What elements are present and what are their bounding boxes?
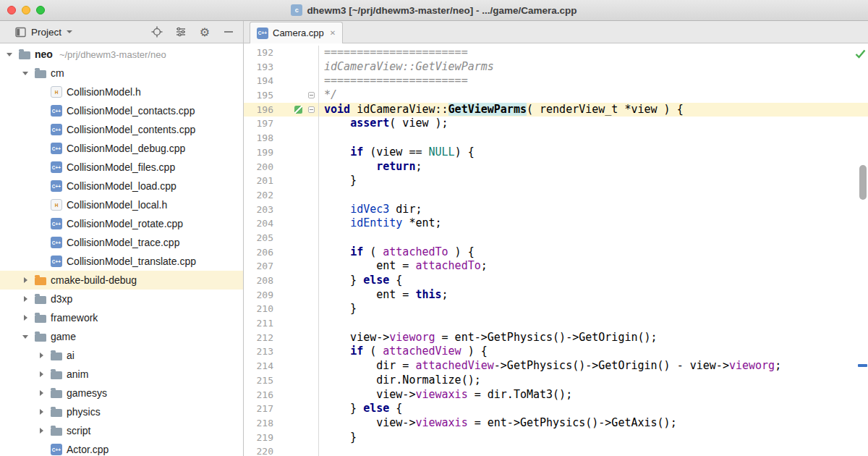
chevron-right-icon[interactable] [36, 388, 46, 398]
code-line-217[interactable]: 217 } else { [244, 402, 868, 416]
editor-body[interactable]: 192======================193idCameraView… [244, 43, 868, 456]
code-line-205[interactable]: 205 [244, 231, 868, 245]
chevron-right-icon[interactable] [20, 294, 30, 304]
chevron-down-icon[interactable] [4, 49, 14, 59]
code-text: dir.Normalize(); [319, 373, 868, 388]
code-text: if ( attachedView ) { [319, 345, 868, 359]
vertical-scrollbar-thumb[interactable] [859, 165, 867, 200]
tree-item-collisionmodel-contents-cpp[interactable]: C++CollisionModel_contents.cpp [0, 120, 243, 139]
chevron-down-icon[interactable] [20, 68, 30, 78]
chevron-right-icon[interactable] [36, 407, 46, 417]
error-stripe-mark[interactable] [858, 364, 867, 367]
hide-panel-icon[interactable] [221, 25, 236, 39]
tree-item-script[interactable]: script [0, 421, 243, 440]
code-line-192[interactable]: 192====================== [244, 46, 868, 60]
inspections-ok-icon[interactable] [855, 48, 866, 62]
editor-area: C++ Camera.cpp ✕ 192====================… [244, 21, 868, 456]
tab-camera-cpp[interactable]: C++ Camera.cpp ✕ [250, 22, 343, 43]
code-line-212[interactable]: 212 view->vieworg = ent->GetPhysics()->G… [244, 331, 868, 345]
tree-item-cmake-build-debug[interactable]: cmake-build-debug [0, 271, 243, 290]
code-line-206[interactable]: 206 if ( attachedTo ) { [244, 245, 868, 260]
tree-item-collisionmodel-files-cpp[interactable]: C++CollisionModel_files.cpp [0, 158, 243, 177]
tree-item-label: CollisionModel_local.h [67, 199, 167, 211]
tree-item-collisionmodel-h[interactable]: HCollisionModel.h [0, 83, 243, 101]
code-line-210[interactable]: 210 } [244, 302, 868, 316]
code-line-196[interactable]: 196void idCameraView::GetViewParms( rend… [244, 103, 868, 117]
chevron-right-icon[interactable] [36, 369, 46, 379]
chevron-down-icon[interactable] [20, 332, 30, 342]
tree-item-collisionmodel-translate-cpp[interactable]: C++CollisionModel_translate.cpp [0, 252, 243, 271]
folder-icon [35, 315, 46, 323]
fold-marker-icon[interactable] [308, 92, 315, 98]
tree-item-neo[interactable]: neo~/prj/dhewm3-master/neo [0, 45, 243, 64]
close-tab-icon[interactable]: ✕ [330, 29, 336, 37]
code-line-216[interactable]: 216 view->viewaxis = dir.ToMat3(); [244, 388, 868, 402]
code-line-207[interactable]: 207 ent = attachedTo; [244, 259, 868, 274]
code-line-219[interactable]: 219 } [244, 431, 868, 445]
code-line-220[interactable]: 220 [244, 444, 868, 456]
tree-item-d3xp[interactable]: d3xp [0, 290, 243, 308]
tree-item-collisionmodel-debug-cpp[interactable]: C++CollisionModel_debug.cpp [0, 139, 243, 158]
gutter-cell: 210 [244, 302, 319, 316]
code-line-202[interactable]: 202 [244, 188, 868, 203]
tree-item-actor-cpp[interactable]: C++Actor.cpp [0, 440, 243, 456]
close-window-button[interactable] [7, 6, 16, 14]
tree-item-framework[interactable]: framework [0, 308, 243, 327]
code-line-209[interactable]: 209 ent = this; [244, 288, 868, 303]
settings-gear-icon[interactable]: ⚙ [197, 25, 212, 39]
code-text [319, 188, 868, 203]
chevron-right-icon[interactable] [20, 313, 30, 323]
tree-item-ai[interactable]: ai [0, 346, 243, 365]
code-line-197[interactable]: 197 assert( view ); [244, 117, 868, 131]
line-number: 203 [257, 204, 273, 215]
tree-item-collisionmodel-local-h[interactable]: HCollisionModel_local.h [0, 195, 243, 214]
code-line-193[interactable]: 193idCameraView::GetViewParms [244, 60, 868, 75]
tree-item-anim[interactable]: anim [0, 365, 243, 384]
gutter-cell: 195 [244, 88, 319, 103]
code-line-218[interactable]: 218 view->viewaxis = ent->GetPhysics()->… [244, 416, 868, 431]
gutter-cell: 200 [244, 160, 319, 174]
chevron-right-icon[interactable] [36, 350, 46, 360]
method-marker-icon[interactable] [294, 106, 302, 114]
code-line-204[interactable]: 204 idEntity *ent; [244, 216, 868, 231]
code-line-211[interactable]: 211 [244, 316, 868, 331]
tree-item-collisionmodel-rotate-cpp[interactable]: C++CollisionModel_rotate.cpp [0, 214, 243, 233]
code-line-199[interactable]: 199 if (view == NULL) { [244, 145, 868, 160]
tree-item-collisionmodel-trace-cpp[interactable]: C++CollisionModel_trace.cpp [0, 233, 243, 252]
tree-item-collisionmodel-contacts-cpp[interactable]: C++CollisionModel_contacts.cpp [0, 101, 243, 120]
tree-item-gamesys[interactable]: gamesys [0, 384, 243, 402]
code-line-215[interactable]: 215 dir.Normalize(); [244, 373, 868, 388]
tree-item-game[interactable]: game [0, 327, 243, 346]
code-line-213[interactable]: 213 if ( attachedView ) { [244, 345, 868, 359]
code-text: ====================== [319, 46, 868, 60]
options-sliders-icon[interactable] [174, 25, 188, 39]
cpp-file-icon: C++ [51, 256, 62, 267]
code-text: dir = attachedView->GetPhysics()->GetOri… [319, 359, 868, 373]
chevron-down-icon[interactable] [67, 30, 72, 33]
code-line-198[interactable]: 198 [244, 131, 868, 145]
code-line-200[interactable]: 200 return; [244, 160, 868, 174]
project-panel-title[interactable]: Project [31, 27, 61, 38]
code-line-203[interactable]: 203 idVec3 dir; [244, 203, 868, 217]
chevron-right-icon[interactable] [20, 275, 30, 285]
code-line-201[interactable]: 201 } [244, 174, 868, 188]
gutter-cell: 212 [244, 331, 319, 345]
chevron-right-icon[interactable] [36, 426, 46, 436]
code-line-194[interactable]: 194====================== [244, 74, 868, 88]
tree-item-cm[interactable]: cm [0, 64, 243, 83]
code-line-214[interactable]: 214 dir = attachedView->GetPhysics()->Ge… [244, 359, 868, 373]
tree-item-physics[interactable]: physics [0, 402, 243, 421]
chevron-spacer [36, 87, 46, 97]
code-line-195[interactable]: 195*/ [244, 88, 868, 103]
chevron-spacer [36, 237, 46, 248]
code-line-208[interactable]: 208 } else { [244, 274, 868, 288]
tree-item-label: physics [67, 406, 101, 418]
chevron-spacer [36, 106, 46, 116]
zoom-window-button[interactable] [36, 6, 45, 14]
minimize-window-button[interactable] [22, 6, 30, 14]
fold-marker-icon[interactable] [308, 106, 315, 113]
tree-item-label: CollisionModel_contents.cpp [67, 124, 195, 135]
tree-item-collisionmodel-load-cpp[interactable]: C++CollisionModel_load.cpp [0, 177, 243, 195]
locate-file-icon[interactable] [150, 25, 164, 39]
code-text: } [319, 302, 868, 316]
